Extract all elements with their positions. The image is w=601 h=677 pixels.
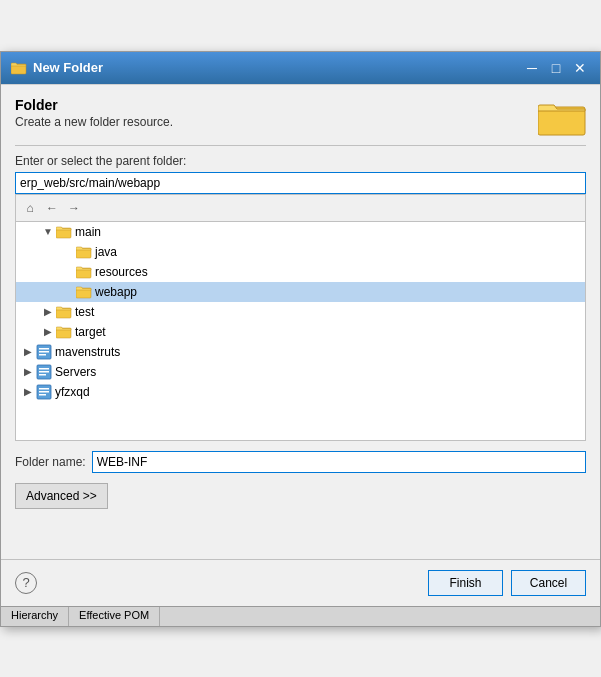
home-button[interactable]: ⌂ <box>20 198 40 218</box>
tree-toggle-mavenstruts[interactable]: ▶ <box>20 344 36 360</box>
maximize-button[interactable]: □ <box>546 58 566 78</box>
tree-item-yfzxqd[interactable]: ▶ yfzxqd <box>16 382 585 402</box>
tree-label-webapp: webapp <box>95 285 137 299</box>
tree-toolbar: ⌂ ← → <box>15 194 586 221</box>
folder-tree[interactable]: ▼ main▶ java▶ resources▶ webapp▶ test▶ t… <box>15 221 586 441</box>
dialog-title: New Folder <box>33 60 103 75</box>
bottom-spacer <box>15 509 586 549</box>
close-button[interactable]: ✕ <box>570 58 590 78</box>
back-button[interactable]: ← <box>42 198 62 218</box>
tab-hierarchy[interactable]: Hierarchy <box>1 607 69 626</box>
tree-label-Servers: Servers <box>55 365 96 379</box>
title-bar: New Folder ─ □ ✕ <box>1 52 600 84</box>
footer-buttons: Finish Cancel <box>428 570 586 596</box>
minimize-button[interactable]: ─ <box>522 58 542 78</box>
tree-item-main[interactable]: ▼ main <box>16 222 585 242</box>
tree-item-resources[interactable]: ▶ resources <box>16 262 585 282</box>
title-folder-icon <box>11 60 27 76</box>
forward-button[interactable]: → <box>64 198 84 218</box>
svg-rect-17 <box>39 388 49 390</box>
tree-label-main: main <box>75 225 101 239</box>
tree-item-webapp[interactable]: ▶ webapp <box>16 282 585 302</box>
dialog-body: Folder Create a new folder resource. Ent… <box>1 84 600 559</box>
svg-rect-15 <box>39 374 46 376</box>
tree-item-java[interactable]: ▶ java <box>16 242 585 262</box>
svg-rect-11 <box>39 354 46 356</box>
svg-rect-18 <box>39 391 49 393</box>
tree-label-yfzxqd: yfzxqd <box>55 385 90 399</box>
svg-rect-19 <box>39 394 46 396</box>
advanced-button[interactable]: Advanced >> <box>15 483 108 509</box>
svg-rect-9 <box>39 348 49 350</box>
footer: ? Finish Cancel <box>1 560 600 606</box>
title-buttons: ─ □ ✕ <box>522 58 590 78</box>
tree-toggle-test[interactable]: ▶ <box>40 304 56 320</box>
svg-rect-10 <box>39 351 49 353</box>
tree-toggle-Servers[interactable]: ▶ <box>20 364 36 380</box>
tree-item-mavenstruts[interactable]: ▶ mavenstruts <box>16 342 585 362</box>
tree-toggle-main[interactable]: ▼ <box>40 224 56 240</box>
svg-rect-13 <box>39 368 49 370</box>
finish-button[interactable]: Finish <box>428 570 503 596</box>
section-info: Folder Create a new folder resource. <box>15 97 173 129</box>
new-folder-dialog: New Folder ─ □ ✕ Folder Create a new fol… <box>0 51 601 627</box>
tree-label-test: test <box>75 305 94 319</box>
section-subtitle: Create a new folder resource. <box>15 115 173 129</box>
tree-toggle-target[interactable]: ▶ <box>40 324 56 340</box>
bottom-tabs: Hierarchy Effective POM <box>1 606 600 626</box>
tree-item-target[interactable]: ▶ target <box>16 322 585 342</box>
parent-folder-input[interactable] <box>15 172 586 194</box>
folder-name-label: Folder name: <box>15 455 86 469</box>
title-bar-left: New Folder <box>11 60 103 76</box>
tree-label-mavenstruts: mavenstruts <box>55 345 120 359</box>
cancel-button[interactable]: Cancel <box>511 570 586 596</box>
tree-toggle-yfzxqd[interactable]: ▶ <box>20 384 36 400</box>
tree-label-java: java <box>95 245 117 259</box>
folder-name-row: Folder name: <box>15 451 586 473</box>
section-header: Folder Create a new folder resource. <box>15 97 586 137</box>
large-folder-icon <box>538 97 586 137</box>
tree-label-resources: resources <box>95 265 148 279</box>
section-title: Folder <box>15 97 173 113</box>
tree-item-Servers[interactable]: ▶ Servers <box>16 362 585 382</box>
tab-effective-pom[interactable]: Effective POM <box>69 607 160 626</box>
svg-rect-14 <box>39 371 49 373</box>
parent-folder-label: Enter or select the parent folder: <box>15 154 586 168</box>
tree-label-target: target <box>75 325 106 339</box>
folder-name-input[interactable] <box>92 451 586 473</box>
divider-top <box>15 145 586 146</box>
tree-item-test[interactable]: ▶ test <box>16 302 585 322</box>
help-button[interactable]: ? <box>15 572 37 594</box>
